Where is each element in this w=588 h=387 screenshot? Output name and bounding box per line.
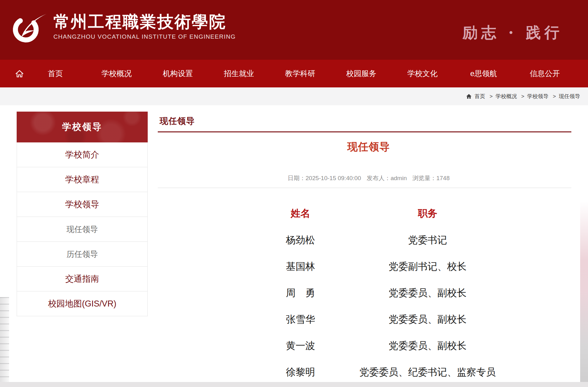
nav-item[interactable]: 信息公开	[514, 69, 575, 79]
institute-name-en: CHANGZHOU VOCATIONAL INSTITUTE OF ENGINE…	[53, 33, 236, 40]
sidebar-item[interactable]: 校园地图(GIS/VR)	[17, 291, 148, 316]
nav-item[interactable]: 招生就业	[208, 69, 270, 79]
main-nav: 首页 学校概况 机构设置 招生就业 教学科研 校园服务 学校文化 e思领航 信息…	[0, 60, 588, 87]
brand-text: 常州工程職業技術學院 CHANGZHOU VOCATIONAL INSTITUT…	[53, 13, 236, 40]
bg-pink-texture	[580, 201, 588, 382]
meta-date: 日期：2025-10-15 09:40:00	[288, 175, 361, 181]
leader-position-cell: 党委委员、纪委书记、监察专员	[360, 359, 496, 385]
brand-lockup[interactable]: 常州工程職業技術學院 CHANGZHOU VOCATIONAL INSTITUT…	[9, 13, 236, 43]
table-header-name: 姓名	[242, 201, 360, 227]
sidebar-item[interactable]: 学校领导	[17, 192, 148, 217]
leader-name-cell: 周 勇	[242, 280, 360, 306]
section-divider	[158, 131, 571, 132]
breadcrumb-separator: >	[553, 93, 556, 99]
leader-position-cell: 党委书记	[360, 227, 496, 253]
meta-date-label: 日期：	[288, 175, 305, 181]
table-row: 杨劲松 党委书记	[242, 227, 496, 253]
sidebar-menu: 学校简介 学校章程 学校领导 现任领导 历任领导 交通指南 校园地图(GIS/V…	[17, 142, 148, 316]
meta-date-value: 2025-10-15 09:40:00	[305, 175, 361, 181]
leader-name-cell: 杨劲松	[242, 227, 360, 253]
nav-home-icon[interactable]	[14, 69, 25, 78]
breadcrumb-item-group: 学校领导 >	[527, 93, 559, 100]
sidebar: 学校领导 学校简介 学校章程 学校领导 现任领导 历任领导 交通指南 校园地图(…	[17, 112, 148, 316]
content: 现任领导 现任领导 日期：2025-10-15 09:40:00发布人：admi…	[157, 105, 580, 385]
sidebar-item[interactable]: 现任领导	[17, 217, 148, 242]
nav-items: 首页 学校概况 机构设置 招生就业 教学科研 校园服务 学校文化 e思领航 信息…	[25, 69, 575, 79]
bg-building-texture	[0, 297, 9, 382]
breadcrumb-item-group: 首页 >	[475, 93, 496, 100]
sidebar-item[interactable]: 学校简介	[17, 142, 148, 167]
leader-name-cell: 黄一波	[242, 333, 360, 359]
sidebar-item[interactable]: 交通指南	[17, 267, 148, 291]
nav-item[interactable]: 学校概况	[86, 69, 147, 79]
table-row: 黄一波 党委委员、副校长	[242, 333, 496, 359]
leader-name-cell: 基国林	[242, 253, 360, 280]
breadcrumb-item[interactable]: 现任领导	[559, 93, 580, 99]
table-body: 杨劲松 党委书记 基国林 党委副书记、校长 周 勇 党委委员、副校长	[242, 227, 496, 385]
site-header: 常州工程職業技術學院 CHANGZHOU VOCATIONAL INSTITUT…	[0, 0, 588, 60]
breadcrumb: 首页 > 学校概况 > 学校领导 > 现任领导	[0, 87, 588, 105]
institute-logo-icon	[9, 13, 48, 43]
table-header-position: 职务	[360, 201, 496, 227]
article-title: 现任领导	[157, 140, 580, 154]
table-row: 基国林 党委副书记、校长	[242, 253, 496, 280]
meta-publisher-label: 发布人：	[367, 175, 391, 181]
leader-name-cell: 张雪华	[242, 306, 360, 333]
leader-position-cell: 党委委员、副校长	[360, 280, 496, 306]
meta-views: 浏览量：1748	[412, 175, 449, 181]
nav-item[interactable]: 学校文化	[392, 69, 453, 79]
breadcrumb-home-icon[interactable]	[466, 94, 472, 99]
sidebar-header: 学校领导	[17, 112, 148, 142]
breadcrumb-item[interactable]: 学校领导	[527, 93, 548, 99]
leader-position-cell: 党委委员、副校长	[360, 333, 496, 359]
leader-name-cell: 徐黎明	[242, 359, 360, 385]
institute-name-cn: 常州工程職業技術學院	[53, 13, 236, 30]
nav-item[interactable]: 校园服务	[331, 69, 392, 79]
leader-position-cell: 党委副书记、校长	[360, 253, 496, 280]
nav-item[interactable]: 机构设置	[147, 69, 208, 79]
meta-views-value: 1748	[436, 175, 449, 181]
table-header-row: 姓名 职务	[242, 201, 496, 227]
nav-item[interactable]: 首页	[25, 69, 86, 79]
breadcrumb-separator: >	[521, 93, 524, 99]
breadcrumb-item-group: 现任领导	[559, 93, 580, 100]
meta-divider	[158, 188, 571, 188]
meta-views-label: 浏览量：	[412, 175, 436, 181]
breadcrumb-item[interactable]: 首页	[475, 93, 485, 99]
page-body: 学校领导 学校简介 学校章程 学校领导 现任领导 历任领导 交通指南 校园地图(…	[9, 105, 580, 382]
breadcrumb-trail: 首页 > 学校概况 > 学校领导 > 现任领导	[475, 93, 580, 100]
leader-position-cell: 党委委员、副校长	[360, 306, 496, 333]
leaders-table: 姓名 职务 杨劲松 党委书记 基国林 党委副书记、校长	[242, 201, 496, 385]
section-title: 现任领导	[157, 115, 580, 127]
meta-publisher: 发布人：admin	[367, 175, 407, 181]
footer-band	[0, 382, 588, 387]
breadcrumb-item-group: 学校概况 >	[496, 93, 527, 100]
nav-item[interactable]: e思领航	[453, 69, 514, 79]
table-row: 张雪华 党委委员、副校长	[242, 306, 496, 333]
motto-text: 励志 · 践行	[463, 23, 563, 43]
breadcrumb-item[interactable]: 学校概况	[496, 93, 517, 99]
nav-item[interactable]: 教学科研	[270, 69, 331, 79]
sidebar-item[interactable]: 学校章程	[17, 167, 148, 192]
sidebar-item[interactable]: 历任领导	[17, 242, 148, 267]
meta-publisher-value: admin	[391, 175, 407, 181]
table-row: 徐黎明 党委委员、纪委书记、监察专员	[242, 359, 496, 385]
article-meta: 日期：2025-10-15 09:40:00发布人：admin浏览量：1748	[157, 174, 580, 182]
table-row: 周 勇 党委委员、副校长	[242, 280, 496, 306]
breadcrumb-separator: >	[490, 93, 493, 99]
